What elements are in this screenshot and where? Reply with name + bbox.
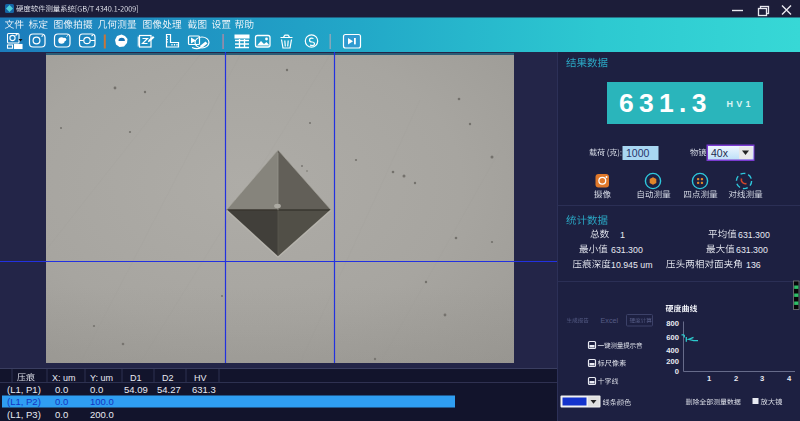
svg-text:54.09: 54.09 [124,384,148,395]
svg-text:(L1, P2): (L1, P2) [7,396,41,407]
svg-text:54.27: 54.27 [157,384,181,395]
svg-text:(L1, P3): (L1, P3) [7,409,41,420]
svg-text:10.945 um: 10.945 um [611,260,653,270]
svg-text:400: 400 [666,346,679,355]
svg-text:200: 200 [666,357,679,366]
svg-text:HV1: HV1 [727,99,754,109]
svg-text:D2: D2 [162,373,174,383]
svg-text:3: 3 [760,374,764,383]
svg-text:40x: 40x [711,147,729,159]
svg-text:X: um: X: um [52,373,76,383]
svg-text:136: 136 [746,260,761,270]
svg-text:100.0: 100.0 [90,396,114,407]
svg-text:0.0: 0.0 [55,409,68,420]
svg-text:Excel: Excel [601,316,619,325]
svg-text:200.0: 200.0 [90,409,114,420]
svg-text:0.0: 0.0 [55,384,68,395]
svg-text:631.300: 631.300 [738,230,770,240]
svg-text:HV: HV [194,373,207,383]
svg-text:1: 1 [620,230,625,240]
svg-text:1000: 1000 [626,147,650,159]
svg-text:(L1, P1): (L1, P1) [7,384,41,395]
svg-text:0: 0 [675,367,679,376]
svg-text:D1: D1 [130,373,142,383]
svg-text:631.3: 631.3 [619,88,712,118]
svg-text:0.0: 0.0 [90,384,103,395]
svg-text:631.300: 631.300 [611,245,643,255]
svg-text:2: 2 [734,374,738,383]
svg-text:631.3: 631.3 [192,384,216,395]
svg-text:Y: um: Y: um [90,373,113,383]
svg-text:631.300: 631.300 [736,245,768,255]
svg-text:0.0: 0.0 [55,396,68,407]
svg-text:600: 600 [666,333,679,342]
svg-text:800: 800 [666,319,679,328]
